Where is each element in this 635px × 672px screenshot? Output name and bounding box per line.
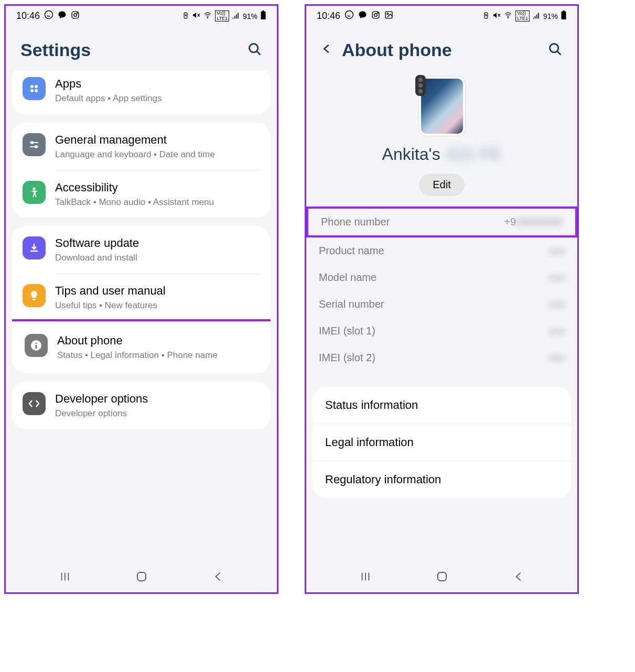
recents-button[interactable] <box>59 571 71 584</box>
settings-item-accessibility[interactable]: Accessibility TalkBack • Mono audio • As… <box>12 170 271 218</box>
battery-share-icon <box>482 11 490 21</box>
svg-point-28 <box>378 12 378 13</box>
gallery-icon <box>384 10 393 22</box>
settings-group-1: Apps Default apps • App settings <box>12 71 271 114</box>
info-value: xxx <box>533 298 565 310</box>
wifi-icon <box>503 12 513 20</box>
info-label: Model name <box>319 272 376 284</box>
settings-item-developer[interactable]: Developer options Developer options <box>12 382 271 429</box>
about-icon <box>25 334 48 357</box>
back-button[interactable] <box>321 42 332 58</box>
info-imei-1[interactable]: IMEI (slot 1) xxx <box>316 318 568 344</box>
battery-icon <box>561 10 567 21</box>
clock: 10:46 <box>317 10 340 21</box>
apps-icon <box>23 77 46 100</box>
message-icon <box>58 10 67 22</box>
volte-icon: Vo))LTE1 <box>515 10 530 22</box>
home-button[interactable] <box>436 570 448 585</box>
signal-icon <box>232 12 240 20</box>
svg-rect-6 <box>261 12 266 19</box>
link-legal-info[interactable]: Legal information <box>313 424 571 461</box>
settings-group-3: Software update Download and install Tip… <box>12 226 271 373</box>
status-bar: 10:46 Vo))LTE1 91% <box>6 6 277 24</box>
svg-rect-33 <box>562 12 566 19</box>
info-value: xxx <box>533 325 565 337</box>
item-title: Tips and user manual <box>55 284 260 298</box>
edit-button[interactable]: Edit <box>419 174 464 196</box>
settings-item-apps[interactable]: Apps Default apps • App settings <box>12 71 271 114</box>
svg-point-12 <box>35 89 38 92</box>
device-name: Ankita'sS21 FE <box>306 145 577 164</box>
tips-icon <box>23 284 46 307</box>
info-label: Phone number <box>321 216 390 228</box>
header: Settings <box>6 24 277 71</box>
svg-point-25 <box>346 11 353 19</box>
svg-point-10 <box>35 85 38 88</box>
item-subtitle: TalkBack • Mono audio • Assistant menu <box>55 196 260 209</box>
mute-icon <box>192 11 200 21</box>
item-subtitle: Status • Legal information • Phone name <box>57 349 258 362</box>
svg-point-3 <box>77 12 78 13</box>
whatsapp-icon <box>44 10 53 22</box>
info-value: +900000000 <box>504 216 563 228</box>
info-serial-number[interactable]: Serial number xxx <box>316 291 568 318</box>
battery-percent: 91% <box>243 12 257 20</box>
instagram-icon <box>371 10 380 22</box>
link-regulatory-info[interactable]: Regulatory information <box>313 461 571 498</box>
accessibility-icon <box>23 181 46 204</box>
settings-item-tips[interactable]: Tips and user manual Useful tips • New f… <box>12 274 271 321</box>
svg-point-35 <box>550 44 558 52</box>
about-links: Status information Legal information Reg… <box>313 387 571 498</box>
nav-bar <box>6 561 277 592</box>
search-icon[interactable] <box>548 42 563 59</box>
svg-point-11 <box>30 89 34 92</box>
home-button[interactable] <box>135 570 148 585</box>
mute-icon <box>492 11 501 21</box>
message-icon <box>358 10 367 22</box>
device-info-list: Phone number +900000000 Product name xxx… <box>306 207 577 371</box>
info-imei-2[interactable]: IMEI (slot 2) xxx <box>316 344 568 371</box>
general-icon <box>23 133 46 156</box>
svg-rect-39 <box>438 572 446 581</box>
item-title: About phone <box>57 334 258 348</box>
item-title: Software update <box>55 236 260 250</box>
settings-item-about[interactable]: About phone Status • Legal information •… <box>12 319 271 373</box>
developer-icon <box>23 392 46 415</box>
back-button[interactable] <box>513 571 524 584</box>
settings-item-general[interactable]: General management Language and keyboard… <box>12 123 271 170</box>
item-title: Developer options <box>55 392 260 406</box>
item-title: Accessibility <box>55 181 260 194</box>
item-subtitle: Language and keyboard • Date and time <box>55 148 260 161</box>
svg-point-16 <box>35 146 37 148</box>
clock: 10:46 <box>16 10 40 21</box>
svg-point-2 <box>74 13 77 16</box>
svg-point-5 <box>208 17 208 18</box>
wifi-icon <box>203 12 212 20</box>
page-title: About phone <box>342 40 452 60</box>
info-label: Product name <box>319 245 384 257</box>
svg-rect-20 <box>36 345 37 349</box>
info-model-name[interactable]: Model name xxx <box>316 264 568 291</box>
settings-group-4: Developer options Developer options <box>12 382 271 429</box>
settings-item-update[interactable]: Software update Download and install <box>12 226 271 274</box>
device-header: Ankita'sS21 FE Edit <box>306 71 577 207</box>
signal-icon <box>532 12 541 20</box>
page-title: Settings <box>20 40 91 60</box>
svg-point-8 <box>250 44 258 52</box>
search-icon[interactable] <box>247 42 262 59</box>
settings-screen: 10:46 Vo))LTE1 91% Settings <box>4 4 278 594</box>
info-product-name[interactable]: Product name xxx <box>316 237 568 264</box>
info-phone-number[interactable]: Phone number +900000000 <box>306 207 577 237</box>
svg-rect-24 <box>137 572 146 581</box>
info-label: IMEI (slot 2) <box>319 352 375 364</box>
back-button[interactable] <box>212 571 224 584</box>
recents-button[interactable] <box>360 571 371 584</box>
svg-point-9 <box>30 85 34 88</box>
update-icon <box>23 236 46 259</box>
link-status-info[interactable]: Status information <box>313 387 571 424</box>
about-content: Ankita'sS21 FE Edit Phone number +900000… <box>306 71 577 561</box>
item-title: General management <box>55 133 260 147</box>
svg-point-0 <box>45 11 53 19</box>
item-subtitle: Default apps • App settings <box>55 92 260 105</box>
svg-rect-34 <box>563 10 565 12</box>
